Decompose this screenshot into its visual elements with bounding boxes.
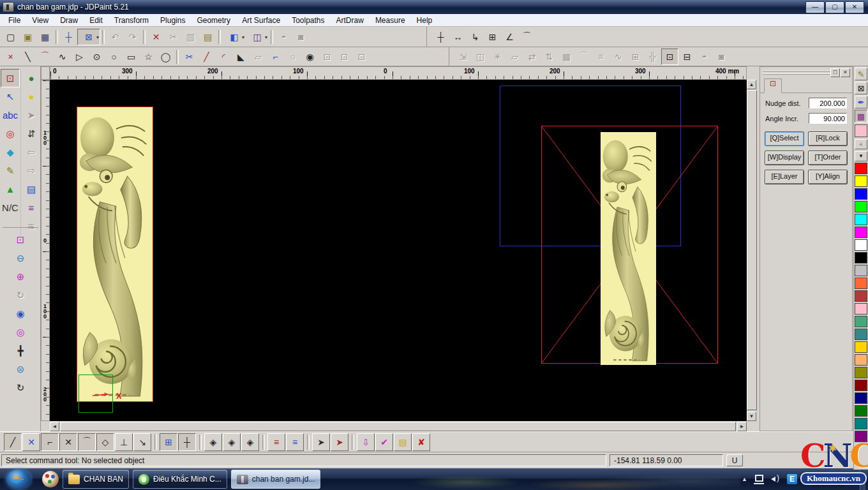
- vertical-scrollbar[interactable]: ▲ ▼: [747, 80, 757, 421]
- line-style-tool[interactable]: ≡: [22, 198, 41, 217]
- color-swatch[interactable]: [855, 239, 867, 251]
- color-swatch[interactable]: [855, 329, 867, 340]
- snap-intersect-button[interactable]: ✕: [59, 433, 77, 451]
- pick-delete-button[interactable]: ➤: [331, 433, 348, 451]
- show-desktop-button[interactable]: [860, 468, 865, 490]
- taskbar-app-button[interactable]: CHAN BAN: [63, 470, 129, 489]
- menu-item[interactable]: Geometry: [191, 15, 236, 26]
- draw-arc-button[interactable]: ⌒: [36, 48, 54, 65]
- menu-item[interactable]: Draw: [54, 15, 84, 26]
- offset-corner-button[interactable]: ▱: [250, 48, 267, 65]
- view-all-tool[interactable]: ◉: [11, 304, 30, 323]
- flip-horizontal-button[interactable]: ⇄: [523, 48, 541, 65]
- taskbar-app-button[interactable]: Điêu Khắc Minh C...: [133, 470, 227, 489]
- horizontal-scroll-thumb[interactable]: [60, 422, 736, 431]
- delete-button[interactable]: ✕: [147, 29, 165, 45]
- snap-grid-button[interactable]: ⊞: [160, 433, 177, 451]
- vertical-scroll-thumb[interactable]: [747, 90, 757, 410]
- snap-center-button[interactable]: ◈: [223, 433, 241, 451]
- edit-palette-tool[interactable]: ▩: [855, 110, 867, 122]
- menu-item[interactable]: Transform: [108, 15, 154, 26]
- scroll-left-button[interactable]: ◄: [50, 422, 59, 431]
- q-select-button[interactable]: [Q]Select: [765, 131, 804, 146]
- snap-quad2-button[interactable]: ◈: [241, 433, 259, 451]
- color-swatch[interactable]: [855, 265, 867, 276]
- menu-item[interactable]: View: [26, 15, 54, 26]
- panel-restore-button[interactable]: □: [830, 68, 840, 77]
- snap-perpendicular-button[interactable]: ⊥: [115, 433, 133, 451]
- snap-axis-button[interactable]: ┼: [178, 433, 196, 451]
- zoom-actual-tool[interactable]: ⊜: [11, 360, 30, 378]
- maximize-button[interactable]: ▢: [825, 1, 844, 13]
- scroll-down-button[interactable]: ▼: [747, 412, 756, 421]
- draw-circle-button[interactable]: ⊙: [88, 48, 105, 65]
- scroll-up-button[interactable]: ▲: [747, 80, 756, 89]
- unit-button[interactable]: U: [726, 454, 743, 466]
- menu-item[interactable]: Help: [411, 15, 438, 26]
- nc-drill-tool[interactable]: N/C: [1, 198, 20, 217]
- stack-order-2-button[interactable]: ≡: [286, 433, 304, 451]
- outline-ellipse-button[interactable]: ○: [284, 48, 301, 65]
- current-color-swatch[interactable]: [855, 124, 867, 137]
- color-swatch[interactable]: [855, 418, 867, 429]
- skew-button[interactable]: ▱: [506, 48, 523, 65]
- crosshair-toggle-button[interactable]: ┼: [60, 29, 77, 45]
- edit-list-button[interactable]: ▤: [394, 433, 412, 451]
- pick-point-button[interactable]: ➤: [312, 433, 330, 451]
- menu-item[interactable]: Art Surface: [236, 15, 286, 26]
- array-arc-button[interactable]: ⌒: [575, 48, 592, 65]
- color-swatch[interactable]: [855, 226, 867, 238]
- paint-app-icon[interactable]: [42, 471, 59, 487]
- angle-incr-input[interactable]: [809, 113, 847, 124]
- align-center-button[interactable]: ╬: [644, 48, 661, 65]
- open-file-button[interactable]: ▣: [19, 29, 36, 45]
- relief-object[interactable]: [77, 107, 153, 402]
- color-swatch[interactable]: [855, 188, 867, 200]
- taskbar-app-button[interactable]: chan ban gam.jd...: [231, 470, 321, 489]
- page-forward-tool[interactable]: ⇨: [22, 161, 41, 180]
- menu-item[interactable]: Edit: [84, 15, 108, 26]
- copy-rotate-button[interactable]: ⊡: [336, 48, 353, 65]
- page-back-tool[interactable]: ⇦: [22, 143, 41, 161]
- shield-2-button[interactable]: ◙: [713, 48, 730, 65]
- network-icon[interactable]: [754, 474, 764, 484]
- select-tab[interactable]: ⊡: [764, 78, 782, 93]
- volume-icon[interactable]: [770, 475, 781, 484]
- swap-layers-tool[interactable]: ⇵: [22, 124, 41, 143]
- color-swatch[interactable]: [855, 367, 867, 378]
- fillet-button[interactable]: ◜: [215, 48, 232, 65]
- minimize-button[interactable]: —: [805, 1, 825, 13]
- measure-offset-button[interactable]: ↳: [467, 29, 484, 45]
- new-file-button[interactable]: ▢: [2, 29, 19, 45]
- color-swatch[interactable]: [855, 175, 867, 187]
- color-swatch[interactable]: [855, 214, 867, 225]
- menu-item[interactable]: Measure: [370, 15, 411, 26]
- array-grid-button[interactable]: ▦: [558, 48, 575, 65]
- profile-tool[interactable]: ◎: [1, 124, 20, 143]
- mirror-copy-button[interactable]: ◫: [472, 48, 489, 65]
- color-swatch[interactable]: [855, 316, 867, 327]
- dome-2-button[interactable]: ◓: [696, 48, 713, 65]
- color-swatch[interactable]: [855, 252, 867, 264]
- cut-button[interactable]: ✂: [165, 29, 182, 45]
- pick-color-tool[interactable]: ✒: [855, 96, 867, 108]
- draw-polygon-button[interactable]: ◯: [157, 48, 174, 65]
- draw-rect-button[interactable]: ▭: [123, 48, 140, 65]
- r-lock-button[interactable]: [R]Lock: [808, 131, 848, 146]
- w-display-button[interactable]: [W]Display: [765, 151, 804, 165]
- light-soft-tool[interactable]: ●: [22, 87, 41, 106]
- copy-scale-button[interactable]: ⊡: [353, 48, 370, 65]
- start-button[interactable]: [6, 470, 31, 489]
- color-swatch[interactable]: [855, 380, 867, 391]
- color-swatch[interactable]: [855, 163, 867, 174]
- save-file-button[interactable]: ▦: [36, 29, 54, 45]
- draw-point-button[interactable]: ×: [2, 48, 19, 65]
- measure-distance-button[interactable]: ↔: [449, 29, 467, 45]
- snap-corner-button[interactable]: ⌐: [41, 433, 59, 451]
- draw-polyline-button[interactable]: ▷: [71, 48, 88, 65]
- copy-button[interactable]: ▥: [182, 29, 199, 45]
- node-edit-tool[interactable]: ↖: [1, 87, 20, 106]
- smart-brush-tool[interactable]: ✎: [1, 161, 20, 180]
- zoom-window-tool[interactable]: ⊡: [11, 230, 30, 249]
- select-frame-button[interactable]: ⊠: [77, 29, 100, 45]
